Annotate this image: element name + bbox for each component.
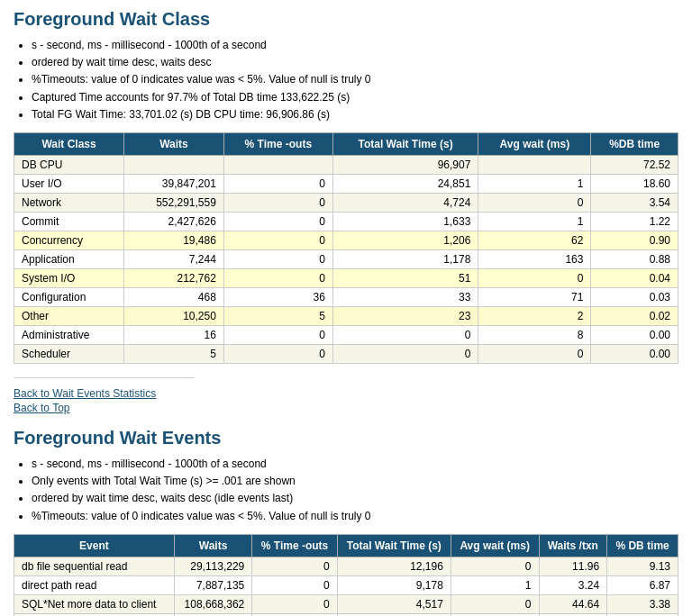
foreground-wait-class-section: Foreground Wait Class s - second, ms - m… [14, 9, 678, 364]
table-row: Concurrency19,48601,206620.90 [14, 231, 678, 249]
bullet-2: ordered by wait time desc, waits desc [32, 54, 678, 71]
col-timeouts: % Time -outs [223, 132, 332, 155]
data-cell: 0 [252, 575, 337, 594]
data-cell: 29,113,229 [174, 557, 251, 575]
data-cell: 23 [332, 306, 478, 325]
data-cell: 1,178 [332, 249, 478, 268]
col-e-waits: Waits [174, 534, 251, 557]
table-row: Scheduler50000.00 [14, 344, 678, 363]
col-e-pct-db: % DB time [607, 534, 678, 557]
data-cell: 4,517 [337, 594, 451, 613]
data-cell: 0 [478, 193, 591, 212]
data-cell: 1 [478, 174, 591, 193]
wait-class-cell: Network [14, 193, 124, 212]
data-cell: 3.38 [607, 594, 678, 613]
links-section: Back to Wait Events Statistics Back to T… [14, 387, 678, 414]
data-cell: 19,486 [124, 231, 224, 249]
table-row: Administrative160080.00 [14, 325, 678, 344]
data-cell: 36 [223, 287, 332, 306]
section2-title: Foreground Wait Events [14, 428, 678, 448]
data-cell: 1 [478, 212, 591, 231]
data-cell: 0 [223, 174, 332, 193]
col-e-total-wait: Total Wait Time (s) [337, 534, 451, 557]
data-cell: 3.24 [539, 575, 607, 594]
data-cell: 12,196 [337, 557, 451, 575]
data-cell: 0.02 [591, 306, 678, 325]
data-cell: 163 [478, 249, 591, 268]
data-cell: 552,291,559 [124, 193, 224, 212]
data-cell: 0 [223, 268, 332, 287]
data-cell: 33 [332, 287, 478, 306]
data-cell: 0 [223, 325, 332, 344]
section1-bullets: s - second, ms - millisecond - 1000th of… [32, 37, 678, 123]
table-row: User I/O39,847,201024,851118.60 [14, 174, 678, 193]
data-cell: 0 [252, 557, 337, 575]
wait-class-cell: Administrative [14, 325, 124, 344]
data-cell: 51 [332, 268, 478, 287]
wait-class-cell: System I/O [14, 268, 124, 287]
data-cell: 0.00 [591, 325, 678, 344]
data-cell: 9,178 [337, 575, 451, 594]
data-cell: 0 [223, 344, 332, 363]
wait-class-cell: Other [14, 306, 124, 325]
table-row: Network552,291,55904,72403.54 [14, 193, 678, 212]
data-cell: 0 [332, 325, 478, 344]
event-cell: db file sequential read [14, 557, 175, 575]
table-row: Configuration4683633710.03 [14, 287, 678, 306]
data-cell: 96,907 [332, 155, 478, 174]
wait-class-cell: Configuration [14, 287, 124, 306]
wait-class-cell: User I/O [14, 174, 124, 193]
table-row: Commit2,427,62601,63311.22 [14, 212, 678, 231]
data-cell: 5 [124, 344, 224, 363]
s2-bullet-4: %Timeouts: value of 0 indicates value wa… [32, 508, 678, 525]
table-row: db file sequential read29,113,229012,196… [14, 557, 678, 575]
data-cell: 0.04 [591, 268, 678, 287]
data-cell: 0.90 [591, 231, 678, 249]
data-cell: 8 [478, 325, 591, 344]
data-cell: 62 [478, 231, 591, 249]
table-row: System I/O212,76205100.04 [14, 268, 678, 287]
data-cell: 0 [451, 594, 539, 613]
wait-class-cell: Application [14, 249, 124, 268]
data-cell: 0 [223, 231, 332, 249]
col-avg-wait: Avg wait (ms) [478, 132, 591, 155]
data-cell: 0.03 [591, 287, 678, 306]
data-cell: 212,762 [124, 268, 224, 287]
wait-events-table-container: Event Waits % Time -outs Total Wait Time… [14, 534, 678, 616]
table-row: SQL*Net more data to client108,668,36204… [14, 594, 678, 613]
data-cell [223, 155, 332, 174]
data-cell: 0 [223, 249, 332, 268]
wait-class-table: Wait Class Waits % Time -outs Total Wait… [14, 132, 678, 364]
data-cell: 2 [478, 306, 591, 325]
data-cell: 108,668,362 [174, 594, 251, 613]
data-cell: 2,427,626 [124, 212, 224, 231]
data-cell: 5 [223, 306, 332, 325]
wait-class-cell: DB CPU [14, 155, 124, 174]
data-cell: 6.87 [607, 575, 678, 594]
col-event: Event [14, 534, 175, 557]
data-cell: 71 [478, 287, 591, 306]
data-cell: 7,887,135 [174, 575, 251, 594]
back-top-link[interactable]: Back to Top [14, 402, 678, 414]
table-row: Application7,24401,1781630.88 [14, 249, 678, 268]
data-cell: 1 [451, 575, 539, 594]
table-row: DB CPU96,90772.52 [14, 155, 678, 174]
bullet-1: s - second, ms - millisecond - 1000th of… [32, 37, 678, 54]
s2-bullet-2: Only events with Total Wait Time (s) >= … [32, 473, 678, 490]
data-cell: 0 [252, 594, 337, 613]
col-wait-class: Wait Class [14, 132, 124, 155]
data-cell: 0 [223, 212, 332, 231]
back-wait-events-link[interactable]: Back to Wait Events Statistics [14, 387, 678, 400]
data-cell: 0 [478, 268, 591, 287]
section1-title: Foreground Wait Class [14, 9, 678, 30]
data-cell: 18.60 [591, 174, 678, 193]
data-cell: 7,244 [124, 249, 224, 268]
data-cell: 10,250 [124, 306, 224, 325]
data-cell: 4,724 [332, 193, 478, 212]
data-cell: 9.13 [607, 557, 678, 575]
data-cell: 1,633 [332, 212, 478, 231]
col-waits: Waits [124, 132, 224, 155]
bullet-5: Total FG Wait Time: 33,701.02 (s) DB CPU… [32, 106, 678, 123]
data-cell: 16 [124, 325, 224, 344]
bullet-3: %Timeouts: value of 0 indicates value wa… [32, 71, 678, 88]
